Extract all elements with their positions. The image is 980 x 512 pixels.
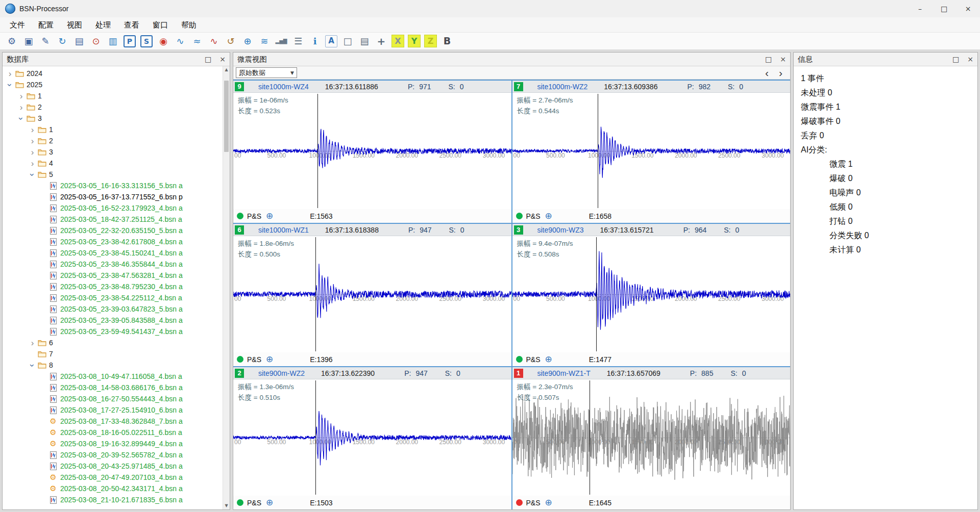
tree-file[interactable]: 2025-03-05_23-38-46.355844_4.bsn a [3, 259, 230, 270]
report-icon[interactable]: ▤ [71, 34, 87, 48]
tree-file[interactable]: 2025-03-05_16-37-13.771552_6.bsn p [3, 191, 230, 202]
p-pick-line[interactable] [596, 237, 597, 351]
menu-item-2[interactable]: 视图 [60, 17, 89, 33]
scroll-up-icon[interactable]: ▲ [225, 66, 228, 73]
tree-file[interactable]: 2025-03-05_23-38-45.150241_4.bsn a [3, 247, 230, 259]
magnify-waveform-icon[interactable]: ⊕ [240, 34, 255, 48]
p-pick-line[interactable] [315, 380, 316, 495]
new-event-icon[interactable]: ▣ [21, 34, 36, 48]
tree-folder[interactable]: › 4 [3, 158, 230, 169]
zoom-icon[interactable]: ⊕ [545, 212, 552, 220]
p-pick-icon[interactable]: P [124, 35, 136, 47]
zoom-icon[interactable]: ⊕ [545, 498, 552, 507]
tree-file[interactable]: ⚙ 2025-03-08_19-16-32.899449_4.bsn a [3, 438, 230, 449]
next-event-button[interactable]: › [779, 67, 782, 78]
p-pick-line[interactable] [317, 94, 318, 208]
expander-icon[interactable]: › [17, 92, 26, 100]
p-pick-line[interactable] [598, 94, 598, 208]
tree-file[interactable]: 2025-03-05_23-59-49.541437_4.bsn a [3, 326, 230, 337]
waveform-plot[interactable]: 振幅 = 1e-06m/s 长度 = 0.523s 00500.001000.0… [233, 93, 511, 209]
expander-icon[interactable]: › [28, 159, 37, 168]
expander-icon[interactable]: › [6, 69, 14, 78]
pages-icon[interactable]: ▤ [357, 34, 372, 48]
tree-file[interactable]: 2025-03-08_20-39-52.565782_4.bsn a [3, 449, 230, 460]
tree-file[interactable]: 2025-03-05_16-52-23.179923_4.bsn a [3, 202, 230, 214]
expander-icon[interactable]: › [17, 103, 26, 112]
zoom-icon[interactable]: ⊕ [545, 355, 552, 364]
tree-folder[interactable]: 7 [3, 348, 230, 360]
zoom-icon[interactable]: ⊕ [266, 212, 273, 220]
tree-file[interactable]: 2025-03-08_20-43-25.971485_4.bsn a [3, 460, 230, 472]
tree-file[interactable]: 2025-03-05_23-39-05.843588_4.bsn a [3, 315, 230, 326]
crosshair-icon[interactable]: + [374, 34, 389, 48]
expander-icon[interactable]: › [28, 339, 37, 347]
tree-scrollbar[interactable]: ▲▼ [223, 66, 230, 509]
tree-folder[interactable]: › 2 [3, 135, 230, 146]
spectrum-icon[interactable]: ≋ [257, 34, 272, 48]
axis-x-icon[interactable]: X [391, 35, 404, 47]
expander-icon[interactable]: › [17, 114, 26, 123]
list-icon[interactable]: ☰ [290, 34, 306, 48]
expander-icon[interactable]: › [28, 148, 37, 157]
waveform-plot[interactable]: 振幅 = 2.3e-07m/s 长度 = 0.507s 00500.001000… [512, 379, 791, 496]
tree-file[interactable]: 2025-03-08_10-49-47.116058_4.bsn a [3, 371, 230, 382]
tree-file[interactable]: 2025-03-05_16-16-33.313156_5.bsn a [3, 180, 230, 191]
menu-item-6[interactable]: 帮助 [175, 17, 203, 33]
p-pick-line[interactable] [590, 380, 590, 495]
settings-icon[interactable]: ⚙ [4, 34, 19, 48]
scroll-down-icon[interactable]: ▼ [225, 502, 228, 509]
panel-close-icon[interactable]: × [219, 55, 226, 63]
maximize-button[interactable]: □ [932, 0, 956, 17]
tree-file[interactable]: 2025-03-05_23-38-54.225112_4.bsn a [3, 292, 230, 303]
scrollbar-thumb[interactable] [224, 81, 229, 152]
tree-folder[interactable]: › 2025 [3, 79, 230, 90]
axis-z-icon[interactable]: Z [424, 35, 437, 47]
axis-y-icon[interactable]: Y [408, 35, 421, 47]
expander-icon[interactable]: › [28, 170, 37, 179]
tree-file[interactable]: ⚙ 2025-03-08_17-33-48.362848_7.bsn a [3, 416, 230, 427]
tree-folder[interactable]: › 1 [3, 124, 230, 135]
tree-file[interactable]: ⚙ 2025-03-08_18-16-05.022511_6.bsn a [3, 427, 230, 438]
waveform-plot[interactable]: 振幅 = 9.4e-07m/s 长度 = 0.508s 00500.001000… [512, 236, 791, 352]
panel-maximize-icon[interactable]: □ [952, 55, 959, 63]
tree-file[interactable]: ⚙ 2025-03-08_20-47-49.207103_4.bsn a [3, 472, 230, 483]
menu-item-0[interactable]: 文件 [3, 17, 32, 33]
tree-folder[interactable]: › 3 [3, 113, 230, 124]
zoom-icon[interactable]: ⊕ [266, 498, 273, 507]
tree-file[interactable]: 2025-03-05_23-39-03.647823_5.bsn a [3, 303, 230, 315]
select-region-icon[interactable]: □ [340, 34, 355, 48]
locate-icon[interactable]: ◉ [156, 34, 171, 48]
minimize-button[interactable]: – [908, 0, 932, 17]
panel-close-icon[interactable]: × [967, 55, 973, 63]
menu-item-3[interactable]: 处理 [89, 17, 117, 33]
histogram-icon[interactable]: ▂▅▇ [274, 34, 289, 48]
edit-event-icon[interactable]: ✎ [38, 34, 53, 48]
tree-folder[interactable]: › 1 [3, 90, 230, 101]
refresh-icon[interactable]: ↻ [55, 34, 70, 48]
tree-folder[interactable]: › 6 [3, 337, 230, 348]
waveform-plot[interactable]: 振幅 = 1.8e-06m/s 长度 = 0.500s 00500.001000… [233, 236, 511, 352]
s-pick-icon[interactable]: S [140, 35, 153, 47]
tree-file[interactable]: 2025-03-05_18-42-37.251125_4.bsn a [3, 214, 230, 225]
waveform-plot[interactable]: 振幅 = 1.3e-06m/s 长度 = 0.510s 00500.001000… [233, 379, 511, 496]
tree-folder[interactable]: › 2024 [3, 68, 230, 79]
expander-icon[interactable]: › [28, 125, 37, 134]
power-icon[interactable]: ⊙ [88, 34, 104, 48]
tree-file[interactable]: 2025-03-05_23-38-48.795230_4.bsn a [3, 281, 230, 292]
data-source-select[interactable]: 原始数据 ▼ [236, 67, 297, 78]
info-icon[interactable]: ℹ [307, 34, 323, 48]
rotate-icon[interactable]: ↺ [223, 34, 238, 48]
expander-icon[interactable]: › [6, 81, 14, 89]
panel-maximize-icon[interactable]: □ [765, 55, 772, 63]
tree-folder[interactable]: › 3 [3, 146, 230, 158]
tree-file[interactable]: 2025-03-08_16-27-50.554443_4.bsn a [3, 393, 230, 404]
tree-file[interactable]: 2025-03-05_23-38-47.563281_4.bsn a [3, 270, 230, 281]
database-icon[interactable]: ▥ [105, 34, 120, 48]
multi-waveform-icon[interactable]: ≈ [189, 34, 205, 48]
menu-item-1[interactable]: 配置 [32, 17, 60, 33]
tree-folder[interactable]: › 5 [3, 169, 230, 180]
zoom-icon[interactable]: ⊕ [266, 355, 273, 364]
panel-close-icon[interactable]: × [780, 55, 786, 63]
expander-icon[interactable]: › [28, 361, 37, 370]
tree-file[interactable]: 2025-03-05_23-38-42.617808_4.bsn a [3, 236, 230, 247]
